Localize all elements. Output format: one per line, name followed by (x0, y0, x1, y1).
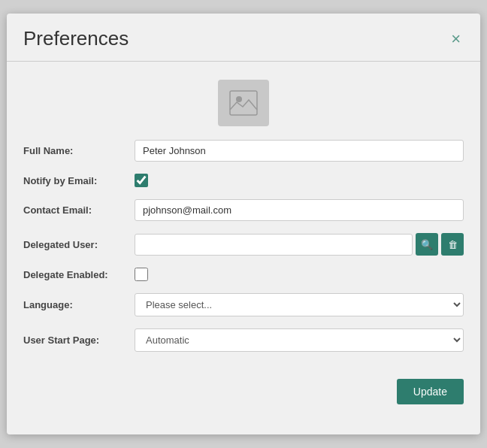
language-row: Language: Please select... (23, 293, 464, 316)
delegated-user-label: Delegated User: (23, 239, 135, 250)
footer-section: Update (7, 364, 480, 412)
delegate-enabled-label: Delegate Enabled: (23, 269, 135, 280)
notify-email-row: Notify by Email: (23, 174, 464, 187)
full-name-input[interactable] (135, 140, 464, 162)
svg-rect-0 (230, 91, 257, 115)
delegate-enabled-row: Delegate Enabled: (23, 268, 464, 281)
user-start-page-control: Automatic (135, 328, 464, 352)
user-start-page-row: User Start Page: Automatic (23, 328, 464, 352)
full-name-control (135, 140, 464, 162)
form-section: Full Name: Notify by Email: Contact Emai… (7, 140, 480, 352)
delegate-enabled-checkbox[interactable] (135, 268, 148, 281)
full-name-label: Full Name: (23, 145, 135, 156)
language-control: Please select... (135, 293, 464, 316)
notify-email-control (135, 174, 464, 187)
delegated-user-row: Delegated User: 🔍 🗑 (23, 233, 464, 256)
preferences-dialog: Preferences × Full Name: Notify by Email… (7, 14, 480, 434)
delegated-user-control: 🔍 🗑 (135, 233, 464, 256)
contact-email-label: Contact Email: (23, 204, 135, 216)
dialog-header: Preferences × (7, 14, 480, 62)
notify-email-label: Notify by Email: (23, 175, 135, 186)
search-icon: 🔍 (421, 239, 433, 250)
search-button[interactable]: 🔍 (416, 233, 438, 256)
user-start-page-select[interactable]: Automatic (135, 328, 464, 352)
delegated-user-wrapper: 🔍 🗑 (135, 233, 464, 256)
update-button[interactable]: Update (397, 379, 464, 404)
notify-email-checkbox[interactable] (135, 174, 148, 187)
delete-button[interactable]: 🗑 (441, 233, 464, 256)
contact-email-row: Contact Email: (23, 199, 464, 221)
delegate-enabled-control (135, 268, 464, 281)
language-select[interactable]: Please select... (135, 293, 464, 316)
avatar[interactable] (218, 80, 269, 126)
full-name-row: Full Name: (23, 140, 464, 162)
svg-point-1 (236, 96, 242, 102)
language-label: Language: (23, 299, 135, 310)
close-button[interactable]: × (448, 31, 464, 47)
contact-email-control (135, 199, 464, 221)
trash-icon: 🗑 (448, 239, 458, 250)
delegated-user-input[interactable] (135, 234, 413, 256)
avatar-section (7, 62, 480, 140)
page-title: Preferences (23, 27, 129, 50)
contact-email-input[interactable] (135, 199, 464, 221)
image-placeholder-icon (229, 90, 258, 116)
user-start-page-label: User Start Page: (23, 334, 135, 346)
